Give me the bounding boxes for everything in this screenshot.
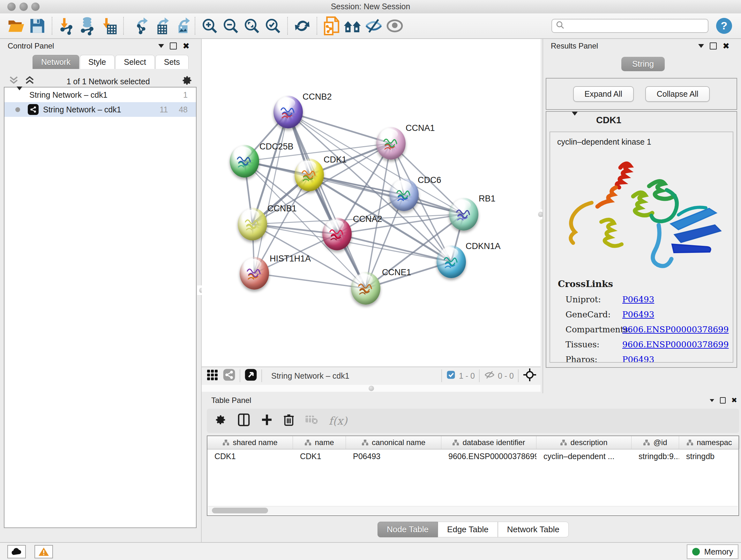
edge-CCNB2-CCNA1[interactable]	[288, 112, 391, 143]
panel-float-icon[interactable]	[720, 397, 726, 403]
toolbar-button-string-home[interactable]	[342, 15, 363, 37]
toolbar-button-show-all[interactable]	[384, 15, 405, 37]
node-CCNB2[interactable]	[273, 96, 303, 128]
toolbar-button-export-table[interactable]	[149, 15, 170, 37]
node-label-CCNB2: CCNB2	[302, 92, 332, 102]
node-HIST1H1A[interactable]	[240, 257, 269, 290]
status-bar: Memory	[0, 542, 741, 560]
search-field[interactable]	[551, 19, 709, 33]
crosslink-link[interactable]: P06493	[622, 295, 654, 304]
tab-network-table[interactable]: Network Table	[498, 522, 569, 537]
panel-menu-icon[interactable]	[710, 399, 714, 402]
column-header-name[interactable]: name	[293, 436, 346, 449]
crosslinks-title: CrossLinks	[558, 279, 733, 289]
collapse-entry-icon[interactable]	[572, 116, 578, 125]
toolbar-button-import-network-file[interactable]	[56, 15, 77, 37]
panel-menu-icon[interactable]	[698, 44, 704, 48]
expand-all-networks-icon[interactable]	[24, 76, 35, 87]
memory-button[interactable]: Memory	[687, 544, 738, 559]
panel-close-icon[interactable]: ✖	[183, 43, 190, 49]
help-button[interactable]: ?	[716, 17, 733, 35]
expand-all-button[interactable]: Expand All	[573, 86, 634, 102]
collapse-all-button[interactable]: Collapse All	[645, 86, 710, 102]
table-settings-gear-icon[interactable]	[214, 414, 226, 428]
node-CDKN1A[interactable]	[436, 246, 466, 278]
panel-menu-icon[interactable]	[158, 44, 164, 48]
node-CCNA2[interactable]	[322, 218, 352, 250]
toolbar-button-refresh-view[interactable]	[292, 15, 313, 37]
toolbar-button-import-table-file[interactable]	[98, 15, 119, 37]
tab-node-table[interactable]: Node Table	[378, 522, 438, 537]
column-header-@id[interactable]: @id	[631, 436, 679, 449]
collapse-all-networks-icon[interactable]	[8, 76, 19, 87]
toolbar-separator	[195, 17, 195, 35]
node-CDC25B[interactable]	[230, 145, 259, 178]
horizontal-splitter[interactable]	[202, 385, 541, 392]
node-CCNE1[interactable]	[351, 272, 381, 305]
network-view[interactable]: CCNB2 CCNA1 CDC25B CDK1 CDC6 RB1 CCNB1 C…	[202, 39, 541, 367]
tab-network[interactable]: Network	[32, 55, 79, 69]
node-CDK1[interactable]	[294, 159, 324, 191]
toolbar-button-zoom-selected[interactable]	[262, 15, 283, 37]
table-horizontal-scrollbar[interactable]	[208, 506, 738, 515]
column-header-database-identifier[interactable]: database identifier	[441, 436, 536, 449]
structure-thumbnail	[441, 253, 461, 272]
column-header-namespac[interactable]: namespac	[679, 436, 740, 449]
node-CCNB1[interactable]	[238, 208, 267, 240]
tab-select[interactable]: Select	[115, 55, 154, 69]
tab-string[interactable]: String	[621, 57, 665, 71]
add-column-icon[interactable]	[261, 414, 273, 428]
crosslink-row: Pharos:P06493	[565, 355, 733, 363]
crosslink-link[interactable]: 9606.ENSP00000378699	[622, 340, 729, 349]
toolbar-button-save-session[interactable]	[27, 15, 48, 37]
panel-float-icon[interactable]	[170, 43, 177, 50]
edge-HIST1H1A-CCNE1[interactable]	[254, 273, 366, 288]
network-overview-icon[interactable]	[223, 368, 235, 383]
edge-CCNB2-HIST1H1A[interactable]	[254, 112, 288, 273]
column-header-description[interactable]: description	[536, 436, 631, 449]
warning-status-button[interactable]	[35, 545, 53, 558]
crosslink-link[interactable]: P06493	[622, 310, 654, 319]
panel-float-icon[interactable]	[710, 43, 717, 50]
crosslink-row: Uniprot:P06493	[565, 295, 733, 304]
birdseye-grid-icon[interactable]	[206, 369, 218, 383]
select-columns-icon[interactable]	[238, 413, 250, 428]
toolbar-button-zoom-out[interactable]	[220, 15, 241, 37]
toolbar-button-zoom-fit[interactable]	[241, 15, 262, 37]
selected-checkbox-icon	[446, 370, 456, 381]
toolbar-button-zoom-in[interactable]	[199, 15, 220, 37]
selected-counts: 1 - 0	[459, 371, 475, 381]
detach-view-icon[interactable]	[245, 368, 257, 383]
toolbar-button-import-network-database[interactable]	[77, 15, 98, 37]
table-cell: 9606.ENSP00000378699	[441, 452, 536, 461]
column-header-canonical-name[interactable]: canonical name	[346, 436, 441, 449]
toolbar-button-hide-selected[interactable]	[363, 15, 384, 37]
toolbar-button-import-string-network[interactable]	[321, 15, 342, 37]
toolbar-button-export-network[interactable]	[128, 15, 149, 37]
toolbar-button-open-session[interactable]	[6, 15, 27, 37]
node-CCNA1[interactable]	[376, 127, 406, 160]
fit-content-crosshair-icon[interactable]	[523, 368, 537, 384]
network-row-selected[interactable]: String Network – cdk1 11 48	[4, 102, 196, 117]
network-collection-row[interactable]: String Network – cdk1 1	[4, 87, 196, 102]
scrollbar-thumb[interactable]	[212, 508, 268, 513]
tab-sets[interactable]: Sets	[155, 55, 189, 69]
network-options-gear-icon[interactable]	[181, 75, 193, 88]
toolbar-button-export-image[interactable]	[170, 15, 191, 37]
panel-close-icon[interactable]: ✖	[723, 43, 730, 49]
tab-style[interactable]: Style	[80, 55, 115, 69]
delete-column-trash-icon[interactable]	[283, 414, 294, 428]
crosslink-link[interactable]: 9606.ENSP00000378699	[622, 325, 729, 334]
table-row[interactable]: CDK1CDK1P064939606.ENSP00000378699cyclin…	[207, 449, 738, 463]
search-input[interactable]	[565, 21, 700, 30]
crosslink-link[interactable]: P06493	[622, 355, 654, 363]
crosslink-label: Uniprot:	[565, 295, 622, 304]
node-RB1[interactable]	[449, 198, 478, 231]
panel-close-icon[interactable]: ✖	[731, 397, 737, 403]
network-edge-count: 48	[179, 105, 188, 114]
node-CDC6[interactable]	[389, 179, 419, 211]
cloud-status-button[interactable]	[7, 545, 26, 558]
column-header-shared-name[interactable]: shared name	[207, 436, 293, 449]
tab-edge-table[interactable]: Edge Table	[438, 522, 498, 537]
crosslink-label: Compartments:	[565, 325, 622, 334]
